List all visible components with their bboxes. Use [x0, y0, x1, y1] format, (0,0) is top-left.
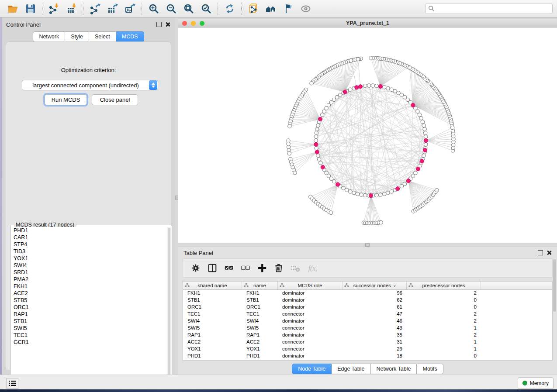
float-panel-icon[interactable]	[156, 22, 162, 27]
plus-button[interactable]	[255, 261, 270, 275]
mcds-result-item[interactable]: STB5	[11, 297, 167, 304]
cell-name[interactable]: SWI4	[242, 318, 278, 325]
cell-MCDS-role[interactable]: dominator	[278, 304, 343, 311]
column-header-shared-name[interactable]: shared name	[183, 282, 242, 289]
refresh-button[interactable]	[221, 2, 239, 16]
gear-button[interactable]	[188, 261, 203, 275]
cell-shared-name[interactable]: ORC1	[183, 304, 242, 311]
mcds-result-item[interactable]: ORC1	[11, 304, 167, 311]
column-header-predecessor-nodes[interactable]: predecessor nodes	[407, 282, 481, 289]
cell-MCDS-role[interactable]: dominator	[278, 290, 343, 297]
trash-button[interactable]	[271, 261, 286, 275]
cell-shared-name[interactable]: SWI4	[183, 318, 242, 325]
cell-successor-nodes[interactable]: 47	[343, 311, 407, 318]
vertical-splitter[interactable]	[175, 17, 178, 375]
mcds-result-item[interactable]: SWI4	[11, 262, 167, 269]
cell-successor-nodes[interactable]: 18	[343, 353, 407, 360]
tab-edge-table[interactable]: Edge Table	[332, 364, 370, 374]
cell-shared-name[interactable]: ACE2	[183, 339, 242, 346]
table-row[interactable]: FKH1FKH1dominator962	[183, 290, 552, 297]
cell-shared-name[interactable]: YOX1	[183, 346, 242, 353]
column-header-successor-nodes[interactable]: successor nodesv	[343, 282, 407, 289]
tab-style[interactable]: Style	[65, 31, 89, 42]
zoom-out-button[interactable]	[163, 2, 180, 16]
tab-mcds[interactable]: MCDS	[116, 31, 144, 42]
mcds-result-item[interactable]: SWI5	[11, 325, 167, 332]
search-input[interactable]	[435, 5, 550, 12]
zoom-selected-button[interactable]	[197, 2, 215, 16]
memory-button[interactable]: Memory	[518, 377, 554, 389]
column-header-name[interactable]: name	[242, 282, 278, 289]
cell-predecessor-nodes[interactable]: 2	[407, 311, 481, 318]
tab-select[interactable]: Select	[89, 31, 116, 42]
mcds-result-item[interactable]: PMA2	[11, 276, 167, 283]
cell-name[interactable]: ORC1	[242, 304, 278, 311]
mcds-result-list[interactable]: PHD1CAR1STP4TID3YOX1SWI4SRD1PMA2FKH1ACE2…	[11, 227, 167, 386]
cell-name[interactable]: ACE2	[242, 339, 278, 346]
mcds-result-item[interactable]: PHD1	[11, 227, 167, 234]
show-details-button[interactable]	[297, 2, 315, 16]
table-scrollbar[interactable]	[553, 259, 557, 312]
splitter-knob[interactable]	[365, 243, 370, 247]
save-session-button[interactable]	[22, 2, 39, 16]
tab-network[interactable]: Network	[33, 31, 65, 42]
window-minimize-button[interactable]	[191, 21, 196, 26]
cell-successor-nodes[interactable]: 62	[343, 297, 407, 304]
window-close-button[interactable]	[182, 21, 187, 26]
cell-name[interactable]: SWI5	[242, 325, 278, 332]
table-row[interactable]: ORC1ORC1dominator610	[183, 304, 552, 311]
export-network-button[interactable]	[86, 2, 104, 16]
table-row[interactable]: RAP1RAP1dominator352	[183, 332, 552, 339]
cell-MCDS-role[interactable]: dominator	[278, 297, 343, 304]
close-panel-icon[interactable]	[165, 22, 170, 27]
cell-name[interactable]: PHD1	[242, 353, 278, 360]
open-file-button[interactable]	[4, 2, 22, 16]
table-row[interactable]: STB1STB1dominator620	[183, 297, 552, 304]
deselect-all-button[interactable]	[238, 261, 253, 275]
horizontal-splitter[interactable]	[178, 243, 557, 247]
cell-MCDS-role[interactable]: connector	[278, 339, 343, 346]
mcds-result-item[interactable]: ACE2	[11, 290, 167, 297]
cell-name[interactable]: RAP1	[242, 332, 278, 339]
cell-MCDS-role[interactable]: dominator	[278, 318, 343, 325]
mcds-list-scrollbar[interactable]	[167, 227, 171, 386]
cell-successor-nodes[interactable]: 96	[343, 290, 407, 297]
cell-shared-name[interactable]: PHD1	[183, 353, 242, 360]
task-history-button[interactable]	[6, 378, 18, 389]
cell-successor-nodes[interactable]: 31	[343, 339, 407, 346]
close-panel-icon[interactable]	[547, 250, 552, 255]
mcds-result-item[interactable]: CAR1	[11, 234, 167, 241]
cell-name[interactable]: FKH1	[242, 290, 278, 297]
table-row[interactable]: YOX1YOX1connector291	[183, 346, 552, 353]
cell-shared-name[interactable]: RAP1	[183, 332, 242, 339]
cell-MCDS-role[interactable]: dominator	[278, 332, 343, 339]
cell-name[interactable]: TEC1	[242, 311, 278, 318]
zoom-fit-button[interactable]	[180, 2, 197, 16]
cell-shared-name[interactable]: FKH1	[183, 290, 242, 297]
cell-predecessor-nodes[interactable]: 1	[407, 346, 481, 353]
mcds-result-item[interactable]: YOX1	[11, 255, 167, 262]
close-panel-button[interactable]: Close panel	[92, 94, 138, 105]
cell-successor-nodes[interactable]: 46	[343, 318, 407, 325]
table-row[interactable]: SWI5SWI5connector431	[183, 325, 552, 332]
cell-name[interactable]: STB1	[242, 297, 278, 304]
tab-node-table[interactable]: Node Table	[292, 364, 332, 374]
cell-MCDS-role[interactable]: dominator	[278, 353, 343, 360]
criterion-dropdown[interactable]: largest connected component (undirected)	[22, 80, 158, 90]
cell-successor-nodes[interactable]: 61	[343, 304, 407, 311]
mcds-result-item[interactable]: SRD1	[11, 269, 167, 276]
mcds-result-item[interactable]: RAP1	[11, 311, 167, 318]
cell-predecessor-nodes[interactable]: 2	[407, 332, 481, 339]
select-all-button[interactable]	[221, 261, 236, 275]
cell-predecessor-nodes[interactable]: 1	[407, 339, 481, 346]
cell-successor-nodes[interactable]: 29	[343, 346, 407, 353]
first-neighbors-button[interactable]	[262, 2, 280, 16]
mcds-result-item[interactable]: TID3	[11, 248, 167, 255]
mcds-result-item[interactable]: GCR1	[11, 339, 167, 346]
network-graph[interactable]	[178, 28, 557, 243]
export-image-button[interactable]	[121, 2, 139, 16]
columns-button[interactable]	[205, 261, 220, 275]
window-zoom-button[interactable]	[200, 21, 204, 26]
network-window-titlebar[interactable]: YPA_prune.txt_1	[178, 19, 557, 28]
mcds-result-item[interactable]: STB1	[11, 318, 167, 325]
